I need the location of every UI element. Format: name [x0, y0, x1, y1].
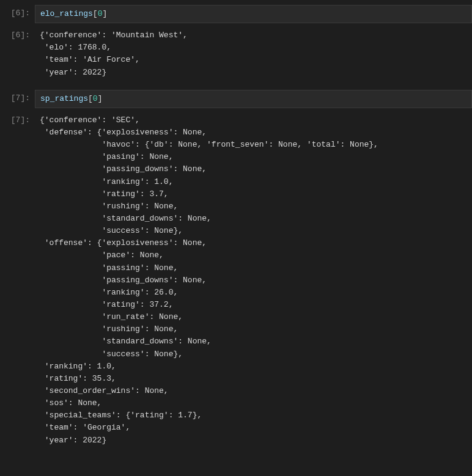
notebook-view: [6]:elo_ratings[0][6]:{'conference': 'Mo… — [0, 5, 472, 458]
output-line: 'pace': None, — [40, 249, 467, 262]
output-line: 'ranking': 1.0, — [40, 176, 467, 188]
output-line: 'elo': 1768.0, — [40, 42, 467, 54]
output-cell: [6]:{'conference': 'Mountain West', 'elo… — [0, 27, 472, 81]
output-line: 'run_rate': None, — [40, 311, 467, 323]
output-line: 'rating': 3.7, — [40, 188, 467, 200]
output-line: 'rushing': None, — [40, 200, 467, 213]
output-line: 'second_order_wins': None, — [40, 385, 467, 397]
prompt-label: [7]: — [0, 112, 35, 449]
prompt-label: [6]: — [0, 27, 35, 81]
output-line: 'year': 2022} — [40, 67, 467, 79]
output-line: 'rushing': None, — [40, 323, 467, 335]
output-text: {'conference': 'Mountain West', 'elo': 1… — [35, 27, 472, 81]
output-line: 'team': 'Georgia', — [40, 422, 467, 434]
output-line: 'rating': 35.3, — [40, 373, 467, 385]
output-line: 'sos': None, — [40, 397, 467, 409]
output-line: 'ranking': 26.0, — [40, 287, 467, 299]
code-input[interactable]: sp_ratings[0] — [35, 90, 472, 108]
code-token: [ — [88, 94, 93, 103]
output-text: {'conference': 'SEC', 'defense': {'explo… — [35, 112, 472, 449]
output-line: 'passing_downs': None, — [40, 163, 467, 175]
code-token: [ — [93, 9, 98, 18]
output-line: 'team': 'Air Force', — [40, 54, 467, 66]
output-line: 'havoc': {'db': None, 'front_seven': Non… — [40, 139, 467, 151]
output-line: {'conference': 'Mountain West', — [40, 29, 467, 42]
code-token: sp_ratings — [40, 94, 88, 103]
output-line: 'year': 2022} — [40, 434, 467, 447]
output-line: {'conference': 'SEC', — [40, 114, 467, 126]
prompt-label: [7]: — [0, 90, 35, 108]
code-token: ] — [102, 9, 107, 18]
output-line: 'rating': 37.2, — [40, 299, 467, 311]
prompt-label: [6]: — [0, 5, 35, 23]
output-line: 'standard_downs': None, — [40, 213, 467, 225]
code-input[interactable]: elo_ratings[0] — [35, 5, 472, 23]
output-line: 'success': None}, — [40, 225, 467, 237]
output-line: 'standard_downs': None, — [40, 335, 467, 348]
code-cell: [7]:sp_ratings[0] — [0, 90, 472, 108]
output-line: 'success': None}, — [40, 348, 467, 361]
output-line: 'pasing': None, — [40, 151, 467, 163]
code-token: elo_ratings — [40, 9, 93, 18]
output-line: 'passing_downs': None, — [40, 274, 467, 287]
output-line: 'special_teams': {'rating': 1.7}, — [40, 409, 467, 422]
code-token: 0 — [93, 94, 98, 103]
output-cell: [7]:{'conference': 'SEC', 'defense': {'e… — [0, 112, 472, 449]
output-line: 'passing': None, — [40, 262, 467, 274]
output-line: 'ranking': 1.0, — [40, 361, 467, 373]
output-line: 'defense': {'explosiveness': None, — [40, 126, 467, 139]
code-cell: [6]:elo_ratings[0] — [0, 5, 472, 23]
output-line: 'offense': {'explosiveness': None, — [40, 237, 467, 249]
code-token: ] — [98, 94, 103, 103]
